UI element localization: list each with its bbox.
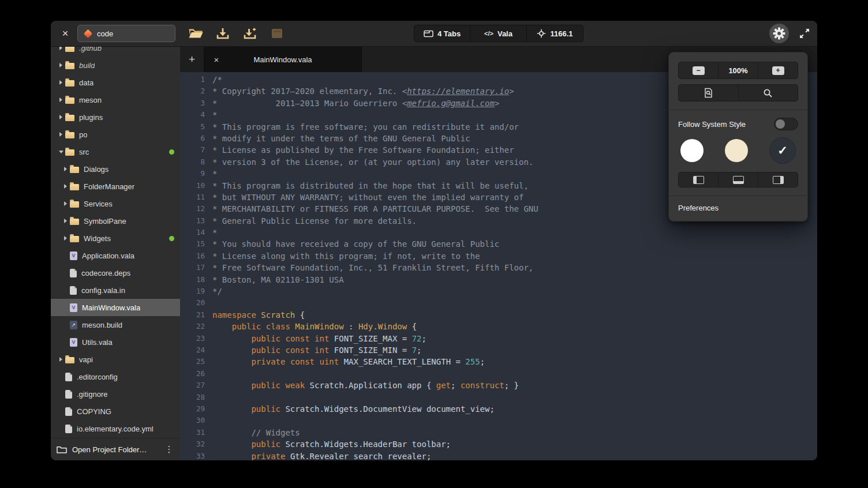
layout-left-panel-button[interactable] [678,172,719,187]
tree-item[interactable]: Dialogs [51,160,180,178]
kebab-menu-icon[interactable]: ⋮ [164,444,174,455]
templates-button[interactable] [268,25,286,42]
line-text: /* [205,74,222,85]
tree-item-label: Dialogs [84,165,108,174]
tab-mainwindow-vala[interactable]: × MainWindow.vala [204,47,362,72]
line-number: 26 [180,368,205,380]
tree-item[interactable]: FolderManager [51,178,180,195]
save-as-button[interactable] [241,25,259,42]
line-number: 7 [180,144,205,156]
language-button[interactable]: </> Vala [470,25,527,42]
tree-item[interactable]: vapi [51,351,180,368]
tree-item[interactable]: .github [51,47,180,57]
chevron-right-icon[interactable] [57,47,65,50]
code-line[interactable]: 14* [180,227,817,238]
chevron-right-icon[interactable] [61,236,70,241]
follow-system-toggle[interactable] [774,118,798,130]
open-file-button[interactable] [187,25,204,42]
tree-item[interactable]: .gitignore [51,385,180,403]
code-line[interactable]: 31 // Widgets [180,427,817,438]
code-line[interactable]: 17* Free Software Foundation, Inc., 51 F… [180,262,817,273]
settings-gear-button[interactable] [769,24,789,43]
chevron-right-icon[interactable] [57,80,65,85]
tree-item-label: MainWindow.vala [82,303,140,312]
find-in-page-button[interactable] [678,84,739,102]
tab-close-icon[interactable]: × [210,53,223,66]
save-button[interactable] [214,25,231,42]
code-line[interactable]: 21namespace Scratch { [180,309,817,321]
chevron-right-icon[interactable] [57,97,65,102]
code-line[interactable]: 23 public const int FONT_SIZE_MAX = 72; [180,333,817,344]
code-line[interactable]: 20 [180,297,817,309]
chevron-right-icon[interactable] [57,115,65,119]
code-line[interactable]: 30 [180,415,817,426]
check-icon: ✓ [777,144,788,157]
chevron-right-icon[interactable] [61,184,70,189]
layout-bottom-panel-icon [733,176,744,184]
tree-item[interactable]: SymbolPane [51,212,180,230]
chevron-right-icon[interactable] [57,357,65,362]
code-line[interactable]: 26 [180,368,817,380]
line-text: * License as published by the Free Softw… [205,144,514,156]
code-line[interactable]: 18* Boston, MA 02110-1301 USA [180,274,817,286]
global-search-button[interactable] [739,84,799,102]
code-line[interactable]: 32 public Scratch.Widgets.HeaderBar tool… [180,438,817,450]
style-sepia-swatch[interactable] [725,139,748,162]
tree-item[interactable]: Services [51,195,180,212]
code-line[interactable]: 24 public const int FONT_SIZE_MIN = 7; [180,344,817,356]
code-line[interactable]: 16* License along with this program; if … [180,250,817,262]
file-icon [65,373,72,381]
tree-item[interactable]: data [51,74,180,91]
code-line[interactable]: 15* You should have received a copy of t… [180,238,817,250]
tree-item[interactable]: VMainWindow.vala [51,299,180,316]
code-line[interactable]: 27 public weak Scratch.Application app {… [180,380,817,391]
code-line[interactable]: 22 public class MainWindow : Hdy.Window … [180,321,817,332]
tree-item[interactable]: COPYING [51,403,180,420]
tree-item[interactable]: Widgets [51,230,180,247]
code-line[interactable]: 29 public Scratch.Widgets.DocumentView d… [180,403,817,415]
layout-right-panel-button[interactable] [758,172,798,187]
style-light-swatch[interactable] [680,139,704,162]
tree-item[interactable]: VUtils.vala [51,333,180,351]
tree-item[interactable]: codecore.deps [51,264,180,281]
tree-item[interactable]: src [51,143,180,160]
preferences-menu-item[interactable]: Preferences [669,196,807,221]
tree-item[interactable]: VApplication.vala [51,247,180,264]
tree-item[interactable]: plugins [51,108,180,126]
code-line[interactable]: 33 private Gtk.Revealer search_revealer; [180,451,817,461]
tree-item[interactable]: io.elementary.code.yml [51,420,180,437]
tree-item[interactable]: meson [51,91,180,108]
zoom-level-button[interactable]: 100% [719,62,758,79]
zoom-in-button[interactable]: + [758,62,798,79]
tree-item-label: .github [79,47,102,52]
line-text: * Boston, MA 02110-1301 USA [205,274,344,286]
tabs-overview-button[interactable]: 4 Tabs [414,25,470,42]
fullscreen-button[interactable] [797,26,812,41]
code-icon: </> [484,30,493,37]
project-chooser-button[interactable]: code [77,25,175,42]
tree-item[interactable]: po [51,126,180,143]
chevron-right-icon[interactable] [61,219,70,223]
chevron-right-icon[interactable] [57,63,65,67]
chevron-right-icon[interactable] [57,132,65,137]
style-dark-swatch-selected[interactable]: ✓ [769,137,796,164]
chevron-down-icon[interactable] [57,151,65,153]
code-line[interactable]: 28 [180,392,817,403]
tree-item[interactable]: config.vala.in [51,281,180,299]
chevron-right-icon[interactable] [61,201,70,206]
layout-bottom-panel-button[interactable] [719,172,758,187]
zoom-out-icon: − [693,66,705,75]
tree-item[interactable]: .editorconfig [51,368,180,385]
goto-line-button[interactable]: 1166.1 [527,25,583,42]
new-tab-button[interactable]: + [180,47,204,72]
code-line[interactable]: 19*/ [180,286,817,297]
tree-item[interactable]: meson.build [51,316,180,333]
folder-icon [70,184,79,190]
zoom-out-button[interactable]: − [678,62,719,79]
window-close-button[interactable]: × [58,26,73,41]
tree-item[interactable]: build [51,57,180,74]
code-line[interactable]: 25 private const uint MAX_SEARCH_TEXT_LE… [180,356,817,367]
chevron-right-icon[interactable] [61,167,70,171]
sidebar-footer[interactable]: Open Project Folder… ⋮ [51,438,180,460]
folder-icon [65,97,74,104]
